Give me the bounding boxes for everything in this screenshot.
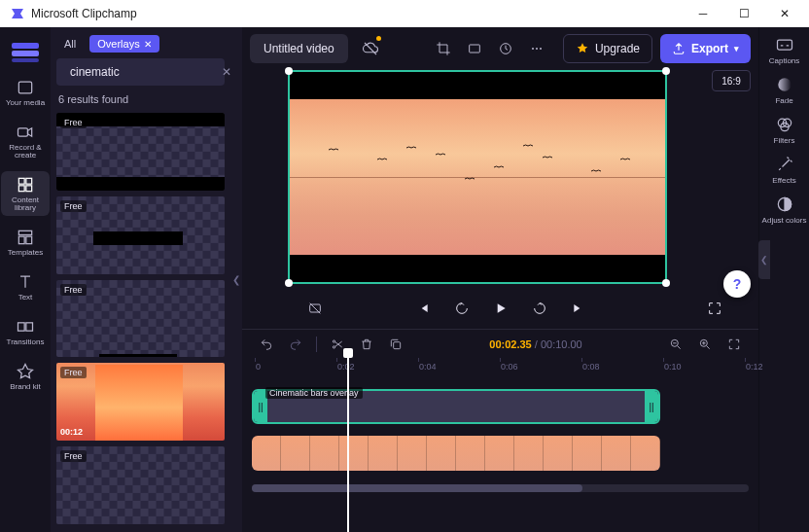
svg-rect-15	[470, 45, 480, 53]
nav-record-create[interactable]: Record & create	[1, 119, 50, 163]
window-close-button[interactable]: ✕	[764, 0, 805, 27]
nav-adjust-colors[interactable]: Adjust colors	[760, 195, 809, 225]
editor-topbar: Untitled video Upgrade Export ▾	[242, 27, 758, 70]
svg-point-17	[532, 48, 534, 50]
pip-icon[interactable]	[491, 34, 520, 63]
panel-collapse-handle[interactable]: ❮	[230, 27, 242, 532]
window-titlebar: Microsoft Clipchamp ─ ☐ ✕	[0, 0, 809, 27]
window-title: Microsoft Clipchamp	[31, 7, 137, 20]
svg-point-18	[536, 48, 538, 50]
svg-rect-23	[394, 341, 401, 348]
timeline-toolbar: 00:02.35 / 00:10.00	[242, 329, 758, 358]
timeline-scrollbar[interactable]	[252, 484, 749, 492]
forward-5-button[interactable]	[525, 294, 554, 323]
rewind-5-button[interactable]	[447, 294, 476, 323]
export-button[interactable]: Export ▾	[660, 34, 751, 63]
svg-point-22	[333, 345, 334, 347]
svg-rect-8	[26, 186, 32, 192]
svg-point-21	[333, 339, 334, 341]
clear-search-icon[interactable]: ✕	[222, 65, 230, 79]
timeline-tracks[interactable]: Cinematic bars overlay || ||	[242, 377, 758, 480]
player-controls: ?	[242, 284, 758, 329]
zoom-out-button[interactable]	[661, 330, 690, 359]
timecode-display: 00:02.35 / 00:10.00	[410, 338, 661, 350]
fit-icon[interactable]	[460, 34, 489, 63]
play-button[interactable]	[486, 294, 515, 323]
results-list[interactable]: Free Free Free Free 00:12 Free	[56, 113, 225, 524]
zoom-in-button[interactable]	[690, 330, 720, 359]
more-options-icon[interactable]	[522, 34, 551, 63]
duplicate-button[interactable]	[381, 330, 410, 359]
svg-rect-11	[26, 236, 32, 244]
app-home-icon[interactable]	[6, 35, 45, 66]
undo-button[interactable]	[252, 330, 281, 359]
svg-rect-2	[12, 58, 39, 62]
search-input-wrapper[interactable]: ✕	[56, 58, 225, 86]
nav-effects[interactable]: Effects	[760, 155, 809, 185]
redo-button[interactable]	[281, 330, 310, 359]
no-preview-icon[interactable]	[300, 294, 330, 323]
nav-content-library[interactable]: Content library	[1, 171, 50, 216]
overlay-card[interactable]: Free	[56, 446, 225, 524]
content-library-panel: All Overlays ✕ ✕ 6 results found Free Fr…	[51, 27, 230, 532]
overlay-card[interactable]: Free 00:12	[56, 363, 225, 441]
fullscreen-button[interactable]	[700, 294, 729, 323]
nav-templates[interactable]: Templates	[1, 224, 50, 261]
svg-rect-5	[18, 178, 24, 184]
nav-text[interactable]: Text	[1, 268, 50, 305]
filter-tab-overlays[interactable]: Overlays ✕	[89, 35, 158, 53]
clipchamp-logo-icon	[10, 6, 25, 21]
search-input[interactable]	[70, 65, 216, 79]
svg-rect-7	[18, 186, 24, 192]
chevron-down-icon: ▾	[734, 44, 739, 53]
overlay-card[interactable]: Free	[56, 113, 225, 191]
project-title[interactable]: Untitled video	[250, 34, 348, 63]
cloud-sync-icon[interactable]	[356, 34, 385, 63]
svg-rect-1	[12, 51, 39, 56]
results-count: 6 results found	[56, 91, 225, 107]
svg-rect-0	[12, 43, 39, 49]
editor-area: Untitled video Upgrade Export ▾	[242, 27, 758, 532]
skip-back-button[interactable]	[408, 294, 438, 323]
crop-icon[interactable]	[429, 34, 458, 63]
window-minimize-button[interactable]: ─	[683, 0, 723, 27]
svg-rect-13	[26, 323, 33, 331]
playhead[interactable]	[347, 354, 349, 532]
svg-rect-9	[18, 231, 31, 234]
aspect-ratio-button[interactable]: 16:9	[712, 70, 751, 91]
resize-handle[interactable]	[285, 67, 293, 75]
nav-fade[interactable]: Fade	[760, 75, 809, 105]
svg-rect-10	[18, 236, 24, 244]
nav-brand-kit[interactable]: Brand kit	[1, 358, 50, 395]
left-sidebar: Your media Record & create Content libra…	[0, 27, 51, 532]
help-button[interactable]: ?	[723, 270, 751, 298]
timeline-ruler[interactable]: 0 0:02 0:04 0:06 0:08 0:10 0:12	[242, 358, 758, 377]
delete-button[interactable]	[352, 330, 381, 359]
overlay-card[interactable]: Free	[56, 196, 225, 274]
right-panel-collapse[interactable]: ❮	[758, 240, 770, 279]
nav-captions[interactable]: Captions	[760, 35, 809, 65]
nav-filters[interactable]: Filters	[760, 115, 809, 145]
nav-your-media[interactable]: Your media	[1, 74, 50, 111]
svg-point-19	[540, 48, 542, 50]
right-sidebar: Captions Fade Filters Effects Adjust col…	[758, 27, 809, 532]
clip-trim-right[interactable]: ||	[645, 391, 658, 422]
zoom-fit-button[interactable]	[720, 330, 749, 359]
skip-forward-button[interactable]	[564, 294, 593, 323]
window-maximize-button[interactable]: ☐	[723, 0, 764, 27]
svg-point-27	[778, 78, 791, 90]
svg-rect-12	[18, 323, 25, 331]
svg-rect-3	[18, 82, 31, 93]
svg-rect-4	[18, 128, 28, 136]
svg-rect-6	[26, 178, 32, 184]
close-icon[interactable]: ✕	[144, 39, 152, 50]
filter-tab-all[interactable]: All	[56, 35, 84, 53]
video-clip[interactable]	[252, 436, 660, 471]
upgrade-button[interactable]: Upgrade	[563, 34, 652, 63]
video-preview[interactable]	[288, 70, 667, 284]
resize-handle[interactable]	[662, 67, 670, 75]
overlay-card[interactable]: Free	[56, 280, 225, 358]
nav-transitions[interactable]: Transitions	[1, 313, 50, 350]
svg-rect-26	[777, 40, 791, 50]
